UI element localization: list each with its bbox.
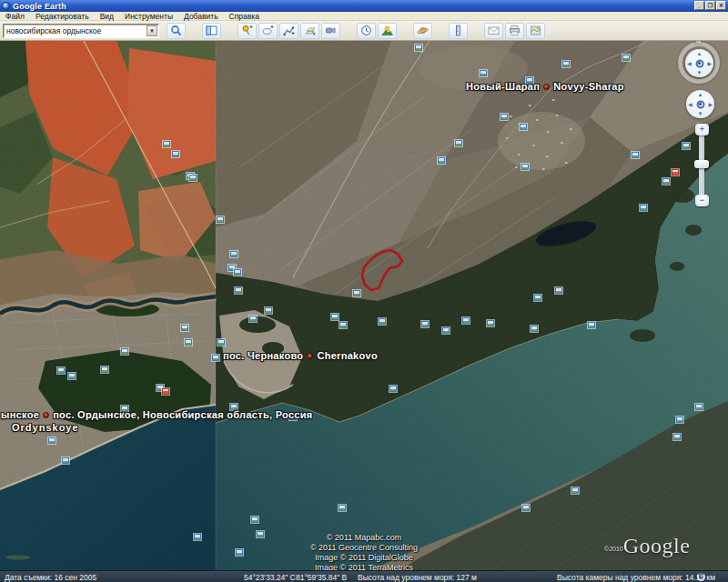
panoramio-red-icon[interactable]: [162, 388, 169, 395]
photo-icon[interactable]: [185, 339, 192, 346]
photo-icon[interactable]: [236, 549, 243, 556]
photo-icon[interactable]: [121, 348, 128, 355]
photo-icon[interactable]: [339, 322, 347, 328]
search-button[interactable]: [167, 23, 186, 39]
chevron-down-icon[interactable]: ▼: [698, 111, 703, 116]
email-button[interactable]: [484, 23, 503, 39]
photo-icon[interactable]: [438, 157, 445, 164]
photo-icon[interactable]: [101, 366, 108, 373]
photo-icon[interactable]: [521, 164, 529, 170]
photo-icon[interactable]: [462, 317, 470, 324]
menu-view[interactable]: Вид: [95, 12, 119, 21]
place-name-en-ordynskoye[interactable]: Ordynskoye: [12, 422, 79, 433]
maximize-button[interactable]: ❐: [705, 1, 715, 10]
photo-icon[interactable]: [455, 140, 462, 146]
photo-icon[interactable]: [676, 416, 683, 423]
photo-icon[interactable]: [622, 55, 630, 61]
sunlight-button[interactable]: [378, 23, 397, 39]
close-button[interactable]: ✕: [716, 1, 726, 10]
menu-edit[interactable]: Редактировать: [30, 12, 95, 21]
photo-icon[interactable]: [257, 531, 264, 537]
placemark-dot[interactable]: [307, 353, 313, 359]
switch-planet-button[interactable]: [413, 23, 432, 39]
photo-icon[interactable]: [235, 287, 242, 294]
photo-icon[interactable]: [265, 307, 272, 314]
photo-icon[interactable]: [389, 386, 397, 392]
photo-icon[interactable]: [522, 505, 530, 511]
move-joystick[interactable]: ▲ ▼ ◀ ▶: [686, 90, 714, 118]
photo-icon[interactable]: [442, 327, 450, 334]
photo-icon[interactable]: [379, 318, 386, 325]
print-button[interactable]: [505, 23, 524, 39]
ruler-button[interactable]: [449, 23, 468, 39]
chevron-right-icon[interactable]: ▶: [707, 61, 712, 66]
photo-icon[interactable]: [57, 367, 65, 374]
chevron-left-icon[interactable]: ◀: [688, 102, 693, 107]
photo-icon[interactable]: [673, 434, 681, 440]
add-placemark-button[interactable]: [238, 23, 257, 39]
photo-icon[interactable]: [249, 316, 257, 322]
eye-icon[interactable]: [695, 59, 703, 67]
historical-imagery-button[interactable]: [357, 23, 376, 39]
add-image-overlay-button[interactable]: [300, 23, 319, 39]
photo-icon[interactable]: [230, 251, 238, 257]
photo-icon[interactable]: [588, 322, 595, 328]
photo-icon[interactable]: [339, 505, 346, 511]
photo-icon[interactable]: [632, 152, 639, 158]
photo-icon[interactable]: [48, 437, 56, 444]
add-path-button[interactable]: [279, 23, 298, 39]
place-label-ordynskoye[interactable]: ынское пос. Ордынское, Новосибирская обл…: [1, 409, 313, 420]
photo-icon[interactable]: [662, 178, 670, 185]
photo-icon[interactable]: [331, 314, 339, 320]
placemark-dot[interactable]: [43, 412, 49, 418]
place-label-novyy-sharap[interactable]: Новый-Шарап Novyy-Sharap: [466, 81, 624, 92]
place-label-chernakovo[interactable]: пос. Чернаково Chernakovo: [223, 350, 378, 361]
photo-icon[interactable]: [251, 517, 258, 523]
minimize-button[interactable]: _: [694, 1, 704, 10]
menu-add[interactable]: Добавить: [178, 12, 224, 21]
photo-icon[interactable]: [172, 151, 179, 157]
pan-hand-icon[interactable]: [696, 100, 704, 108]
photo-icon[interactable]: [520, 124, 527, 130]
menu-file[interactable]: Файл: [0, 12, 30, 21]
photo-icon[interactable]: [353, 290, 360, 296]
chevron-up-icon[interactable]: ▲: [697, 51, 703, 56]
photo-icon[interactable]: [640, 205, 647, 211]
view-in-maps-button[interactable]: [526, 23, 545, 39]
zoom-out-button[interactable]: −: [695, 195, 709, 206]
zoom-slider-handle[interactable]: [694, 160, 709, 168]
panoramio-red-icon[interactable]: [672, 169, 679, 176]
photo-icon[interactable]: [555, 287, 562, 294]
photo-icon[interactable]: [189, 175, 197, 181]
photo-icon[interactable]: [531, 326, 538, 332]
photo-icon[interactable]: [217, 216, 224, 223]
search-input[interactable]: [4, 25, 147, 36]
look-joystick[interactable]: ▲ ▼ ◀ ▶: [685, 49, 713, 77]
photo-icon[interactable]: [234, 269, 241, 276]
chevron-right-icon[interactable]: ▶: [708, 102, 713, 107]
photo-icon[interactable]: [480, 70, 487, 76]
photo-icon[interactable]: [194, 534, 201, 540]
map-viewport[interactable]: Новый-Шарап Novyy-Sharap пос. Чернаково …: [0, 41, 728, 582]
add-polygon-button[interactable]: [258, 23, 278, 39]
photo-icon[interactable]: [421, 321, 429, 327]
chevron-up-icon[interactable]: ▲: [698, 92, 703, 97]
menu-tools[interactable]: Инструменты: [119, 12, 178, 21]
photo-icon[interactable]: [487, 320, 494, 326]
photo-icon[interactable]: [682, 143, 690, 149]
photo-icon[interactable]: [415, 45, 422, 51]
photo-icon[interactable]: [62, 457, 69, 464]
photo-icon[interactable]: [695, 404, 703, 410]
photo-icon[interactable]: [534, 295, 541, 301]
photo-icon[interactable]: [212, 355, 219, 361]
photo-icon[interactable]: [181, 325, 188, 331]
photo-icon[interactable]: [163, 141, 170, 147]
sidebar-toggle-button[interactable]: [202, 23, 221, 39]
photo-icon[interactable]: [500, 114, 508, 120]
menu-help[interactable]: Справка: [224, 12, 265, 21]
placemark-dot[interactable]: [543, 84, 550, 90]
combo-dropdown-arrow[interactable]: ▼: [147, 25, 157, 36]
chevron-down-icon[interactable]: ▼: [697, 70, 703, 75]
photo-icon[interactable]: [571, 487, 579, 494]
title-bar[interactable]: Google Earth _ ❐ ✕: [0, 0, 728, 12]
